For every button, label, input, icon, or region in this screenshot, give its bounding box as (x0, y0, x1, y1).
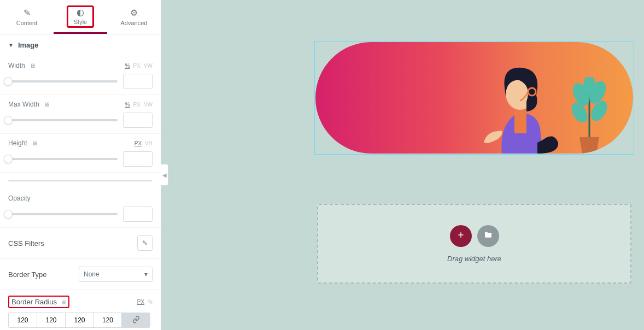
opacity-slider[interactable] (8, 213, 118, 215)
desktop-icon[interactable]: 🖥 (60, 299, 66, 305)
unit-vh[interactable]: VH (145, 140, 153, 146)
panel-tabs: ✎ Content ◐ Style ⚙ Advanced (0, 0, 161, 34)
width-slider[interactable] (8, 80, 118, 82)
border-type-select[interactable]: None ▾ (79, 267, 153, 282)
tab-content-label: Content (16, 20, 38, 26)
css-filters-label: CSS Filters (8, 239, 44, 248)
link-values-button[interactable] (122, 313, 150, 328)
app-window: ✎ Content ◐ Style ⚙ Advanced ▼ Image Wid… (0, 0, 644, 330)
unit-px[interactable]: PX (133, 102, 140, 108)
link-icon (132, 316, 140, 325)
max-width-label: Max Width (8, 101, 39, 108)
unit-px[interactable]: PX (133, 63, 140, 69)
person-illustration (472, 58, 567, 154)
control-opacity: Opacity (0, 189, 161, 228)
highlight-box-style: ◐ Style (67, 5, 94, 28)
unit-percent[interactable]: % (148, 299, 153, 305)
slider-thumb[interactable] (4, 155, 13, 163)
desktop-icon[interactable]: 🖥 (44, 101, 50, 108)
unit-percent[interactable]: % (125, 63, 130, 69)
unit-vw[interactable]: VW (144, 102, 153, 108)
unit-vw[interactable]: VW (144, 63, 153, 69)
folder-icon (484, 231, 493, 241)
control-height: Height 🖥 PX VH (0, 134, 161, 173)
tab-advanced-label: Advanced (121, 20, 148, 26)
plus-icon (456, 231, 465, 241)
height-slider[interactable] (8, 158, 118, 160)
border-radius-right-input[interactable] (37, 313, 65, 328)
control-css-filters: CSS Filters ✎ (0, 228, 161, 259)
section-image-label: Image (18, 41, 39, 49)
chevron-down-icon: ▾ (144, 270, 148, 278)
border-radius-left-input[interactable] (93, 313, 122, 328)
desktop-icon[interactable]: 🖥 (32, 140, 38, 146)
desktop-icon[interactable]: 🖥 (30, 62, 36, 69)
unit-px[interactable]: PX (137, 299, 144, 305)
border-radius-label: Border Radius (11, 298, 57, 306)
control-max-width: Max Width 🖥 % PX VW (0, 95, 161, 134)
highlight-box-border-radius: Border Radius 🖥 (8, 296, 69, 308)
width-input[interactable] (123, 74, 153, 89)
tab-style[interactable]: ◐ Style (54, 0, 107, 34)
width-units: % PX VW (125, 63, 153, 69)
border-type-value: None (84, 270, 99, 278)
border-radius-bottom-input[interactable] (65, 313, 93, 328)
half-circle-icon: ◐ (77, 8, 84, 17)
control-border-type: Border Type None ▾ (0, 259, 161, 290)
caret-down-icon: ▼ (8, 42, 14, 48)
hero-image (315, 42, 633, 154)
max-width-input[interactable] (123, 113, 153, 128)
plant-illustration (567, 77, 611, 154)
opacity-label: Opacity (8, 195, 31, 202)
control-border-radius: Border Radius 🖥 PX % TOP RIGHT (0, 290, 161, 330)
template-library-button[interactable] (477, 225, 499, 247)
unit-percent[interactable]: % (125, 102, 130, 108)
width-label: Width (8, 62, 25, 69)
pencil-icon: ✎ (142, 239, 148, 247)
edit-css-filters-button[interactable]: ✎ (137, 235, 153, 251)
state-hover[interactable]: HOVER (80, 181, 152, 181)
drop-text: Drag widget here (447, 255, 501, 263)
state-normal[interactable]: NORMAL (9, 181, 80, 181)
slider-thumb[interactable] (4, 210, 13, 219)
slider-thumb[interactable] (4, 116, 13, 125)
state-tabs: NORMAL HOVER (8, 180, 153, 181)
drop-widget-zone[interactable]: Drag widget here (317, 204, 631, 284)
max-width-slider[interactable] (8, 119, 118, 121)
section-image-header[interactable]: ▼ Image (0, 34, 161, 56)
unit-px[interactable]: PX (134, 140, 142, 146)
border-type-label: Border Type (8, 270, 47, 279)
pencil-icon: ✎ (24, 9, 31, 17)
svg-rect-1 (514, 111, 526, 133)
border-radius-top-input[interactable] (8, 313, 37, 328)
tab-style-label: Style (74, 19, 87, 25)
slider-thumb[interactable] (4, 77, 13, 86)
opacity-input[interactable] (123, 207, 153, 222)
gear-icon: ⚙ (130, 9, 138, 17)
control-width: Width 🖥 % PX VW (0, 56, 161, 95)
panel-collapse-handle[interactable]: ◀ (161, 164, 168, 186)
selected-widget-frame[interactable] (314, 41, 634, 155)
editor-canvas[interactable]: ◀ (161, 0, 644, 330)
add-widget-button[interactable] (450, 225, 472, 247)
tab-advanced[interactable]: ⚙ Advanced (107, 0, 161, 34)
tab-content[interactable]: ✎ Content (0, 0, 54, 34)
height-input[interactable] (123, 151, 153, 167)
sidebar-panel: ✎ Content ◐ Style ⚙ Advanced ▼ Image Wid… (0, 0, 161, 330)
height-label: Height (8, 139, 27, 147)
